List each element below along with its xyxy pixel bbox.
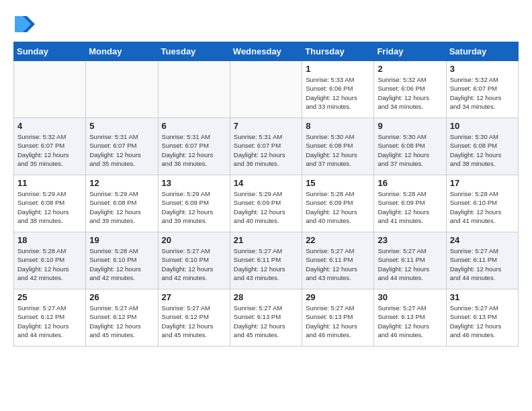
calendar-day-cell: 29Sunrise: 5:27 AM Sunset: 6:13 PM Dayli… [302, 289, 374, 347]
day-number: 14 [234, 178, 298, 188]
calendar-day-cell [158, 61, 230, 118]
calendar-day-cell: 10Sunrise: 5:30 AM Sunset: 6:08 PM Dayli… [446, 118, 518, 175]
calendar-day-cell: 12Sunrise: 5:29 AM Sunset: 6:08 PM Dayli… [86, 175, 158, 232]
day-number: 19 [89, 235, 154, 245]
day-info: Sunrise: 5:27 AM Sunset: 6:13 PM Dayligh… [306, 304, 370, 339]
day-number: 7 [234, 121, 298, 131]
day-number: 18 [17, 235, 82, 245]
calendar-day-cell: 21Sunrise: 5:27 AM Sunset: 6:11 PM Dayli… [230, 232, 302, 289]
day-number: 12 [89, 178, 154, 188]
day-info: Sunrise: 5:32 AM Sunset: 6:06 PM Dayligh… [378, 75, 442, 111]
day-info: Sunrise: 5:27 AM Sunset: 6:13 PM Dayligh… [378, 304, 442, 339]
day-number: 21 [234, 235, 298, 245]
day-info: Sunrise: 5:27 AM Sunset: 6:13 PM Dayligh… [234, 304, 298, 339]
calendar-day-cell [230, 61, 302, 118]
day-info: Sunrise: 5:28 AM Sunset: 6:10 PM Dayligh… [450, 189, 515, 225]
day-number: 11 [17, 178, 82, 188]
day-info: Sunrise: 5:30 AM Sunset: 6:08 PM Dayligh… [306, 132, 370, 168]
day-of-week-header: Friday [374, 42, 446, 61]
day-number: 20 [162, 235, 226, 245]
calendar-week-row: 4Sunrise: 5:32 AM Sunset: 6:07 PM Daylig… [14, 118, 519, 175]
calendar-day-cell: 11Sunrise: 5:29 AM Sunset: 6:08 PM Dayli… [14, 175, 86, 232]
day-number: 3 [450, 64, 515, 74]
day-of-week-header: Monday [86, 42, 158, 61]
day-info: Sunrise: 5:28 AM Sunset: 6:09 PM Dayligh… [306, 189, 370, 225]
calendar-day-cell: 15Sunrise: 5:28 AM Sunset: 6:09 PM Dayli… [302, 175, 374, 232]
calendar-day-cell: 18Sunrise: 5:28 AM Sunset: 6:10 PM Dayli… [14, 232, 86, 289]
calendar-day-cell: 2Sunrise: 5:32 AM Sunset: 6:06 PM Daylig… [374, 61, 446, 118]
day-info: Sunrise: 5:33 AM Sunset: 6:06 PM Dayligh… [306, 75, 370, 111]
calendar-day-cell: 31Sunrise: 5:27 AM Sunset: 6:13 PM Dayli… [446, 289, 518, 347]
day-info: Sunrise: 5:27 AM Sunset: 6:11 PM Dayligh… [306, 246, 370, 282]
calendar-day-cell: 9Sunrise: 5:30 AM Sunset: 6:08 PM Daylig… [374, 118, 446, 175]
day-info: Sunrise: 5:31 AM Sunset: 6:07 PM Dayligh… [234, 132, 298, 168]
day-info: Sunrise: 5:29 AM Sunset: 6:09 PM Dayligh… [234, 189, 298, 225]
day-info: Sunrise: 5:27 AM Sunset: 6:11 PM Dayligh… [378, 246, 442, 282]
day-of-week-header: Sunday [14, 42, 86, 61]
calendar-day-cell: 27Sunrise: 5:27 AM Sunset: 6:12 PM Dayli… [158, 289, 230, 347]
calendar-day-cell: 5Sunrise: 5:31 AM Sunset: 6:07 PM Daylig… [86, 118, 158, 175]
day-number: 29 [306, 292, 370, 302]
calendar-day-cell: 1Sunrise: 5:33 AM Sunset: 6:06 PM Daylig… [302, 61, 374, 118]
calendar-header-row: SundayMondayTuesdayWednesdayThursdayFrid… [14, 42, 519, 61]
day-info: Sunrise: 5:29 AM Sunset: 6:08 PM Dayligh… [89, 189, 154, 225]
calendar-day-cell [14, 61, 86, 118]
calendar-day-cell: 19Sunrise: 5:28 AM Sunset: 6:10 PM Dayli… [86, 232, 158, 289]
day-info: Sunrise: 5:31 AM Sunset: 6:07 PM Dayligh… [162, 132, 226, 168]
logo [13, 13, 38, 35]
day-number: 10 [450, 121, 515, 131]
day-info: Sunrise: 5:31 AM Sunset: 6:07 PM Dayligh… [89, 132, 154, 168]
day-number: 23 [378, 235, 442, 245]
calendar-day-cell: 8Sunrise: 5:30 AM Sunset: 6:08 PM Daylig… [302, 118, 374, 175]
calendar-week-row: 1Sunrise: 5:33 AM Sunset: 6:06 PM Daylig… [14, 61, 519, 118]
calendar-week-row: 11Sunrise: 5:29 AM Sunset: 6:08 PM Dayli… [14, 175, 519, 232]
calendar-day-cell: 16Sunrise: 5:28 AM Sunset: 6:09 PM Dayli… [374, 175, 446, 232]
day-info: Sunrise: 5:28 AM Sunset: 6:10 PM Dayligh… [89, 246, 154, 282]
day-number: 8 [306, 121, 370, 131]
calendar-day-cell: 20Sunrise: 5:27 AM Sunset: 6:10 PM Dayli… [158, 232, 230, 289]
day-info: Sunrise: 5:29 AM Sunset: 6:09 PM Dayligh… [162, 189, 226, 225]
page-header [13, 13, 519, 35]
day-number: 27 [162, 292, 226, 302]
calendar-day-cell: 7Sunrise: 5:31 AM Sunset: 6:07 PM Daylig… [230, 118, 302, 175]
calendar-week-row: 18Sunrise: 5:28 AM Sunset: 6:10 PM Dayli… [14, 232, 519, 289]
day-info: Sunrise: 5:32 AM Sunset: 6:07 PM Dayligh… [17, 132, 82, 168]
day-number: 5 [89, 121, 154, 131]
day-number: 4 [17, 121, 82, 131]
day-info: Sunrise: 5:27 AM Sunset: 6:11 PM Dayligh… [450, 246, 515, 282]
calendar-day-cell: 23Sunrise: 5:27 AM Sunset: 6:11 PM Dayli… [374, 232, 446, 289]
calendar-table: SundayMondayTuesdayWednesdayThursdayFrid… [13, 42, 519, 347]
day-info: Sunrise: 5:29 AM Sunset: 6:08 PM Dayligh… [17, 189, 82, 225]
day-number: 17 [450, 178, 515, 188]
day-info: Sunrise: 5:27 AM Sunset: 6:12 PM Dayligh… [17, 304, 82, 339]
day-number: 15 [306, 178, 370, 188]
calendar-day-cell: 6Sunrise: 5:31 AM Sunset: 6:07 PM Daylig… [158, 118, 230, 175]
calendar-day-cell: 3Sunrise: 5:32 AM Sunset: 6:07 PM Daylig… [446, 61, 518, 118]
day-number: 2 [378, 64, 442, 74]
day-info: Sunrise: 5:30 AM Sunset: 6:08 PM Dayligh… [450, 132, 515, 168]
day-info: Sunrise: 5:27 AM Sunset: 6:12 PM Dayligh… [89, 304, 154, 339]
day-number: 24 [450, 235, 515, 245]
day-number: 22 [306, 235, 370, 245]
day-number: 9 [378, 121, 442, 131]
calendar-day-cell: 22Sunrise: 5:27 AM Sunset: 6:11 PM Dayli… [302, 232, 374, 289]
calendar-day-cell: 14Sunrise: 5:29 AM Sunset: 6:09 PM Dayli… [230, 175, 302, 232]
day-info: Sunrise: 5:27 AM Sunset: 6:11 PM Dayligh… [234, 246, 298, 282]
calendar-day-cell: 13Sunrise: 5:29 AM Sunset: 6:09 PM Dayli… [158, 175, 230, 232]
calendar-day-cell: 17Sunrise: 5:28 AM Sunset: 6:10 PM Dayli… [446, 175, 518, 232]
calendar-week-row: 25Sunrise: 5:27 AM Sunset: 6:12 PM Dayli… [14, 289, 519, 347]
calendar-day-cell: 30Sunrise: 5:27 AM Sunset: 6:13 PM Dayli… [374, 289, 446, 347]
calendar-day-cell: 26Sunrise: 5:27 AM Sunset: 6:12 PM Dayli… [86, 289, 158, 347]
day-number: 16 [378, 178, 442, 188]
day-of-week-header: Tuesday [158, 42, 230, 61]
day-number: 25 [17, 292, 82, 302]
day-info: Sunrise: 5:27 AM Sunset: 6:12 PM Dayligh… [162, 304, 226, 339]
day-number: 30 [378, 292, 442, 302]
day-info: Sunrise: 5:28 AM Sunset: 6:10 PM Dayligh… [17, 246, 82, 282]
calendar-day-cell: 25Sunrise: 5:27 AM Sunset: 6:12 PM Dayli… [14, 289, 86, 347]
day-of-week-header: Saturday [446, 42, 518, 61]
calendar-day-cell [86, 61, 158, 118]
calendar-day-cell: 4Sunrise: 5:32 AM Sunset: 6:07 PM Daylig… [14, 118, 86, 175]
day-info: Sunrise: 5:30 AM Sunset: 6:08 PM Dayligh… [378, 132, 442, 168]
day-number: 26 [89, 292, 154, 302]
